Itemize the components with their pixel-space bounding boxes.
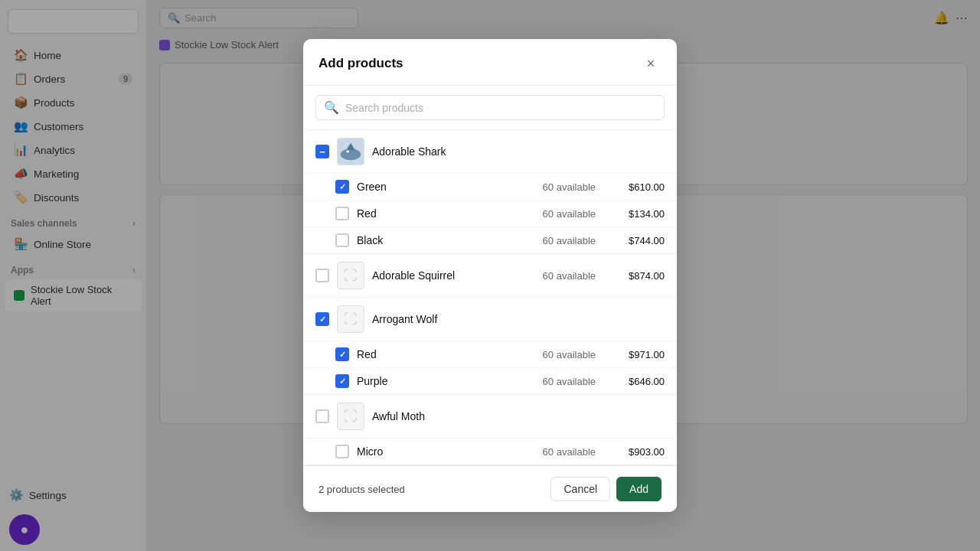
product-search-wrap[interactable]: 🔍 [315, 95, 665, 120]
cancel-button[interactable]: Cancel [550, 477, 610, 501]
variant-row-shark-red[interactable]: Red 60 available $134.00 [303, 201, 677, 227]
variant-name-shark-green: Green [357, 181, 511, 193]
variant-availability-shark-black: 60 available [519, 235, 596, 246]
add-products-modal: Add products × 🔍 [303, 39, 677, 512]
variant-availability-shark-green: 60 available [519, 181, 596, 193]
checkbox-arrogant-wolf[interactable] [315, 312, 329, 326]
modal-footer: 2 products selected Cancel Add [303, 465, 677, 512]
product-row-adorable-squirrel[interactable]: ⛶ Adorable Squirrel 60 available $874.00 [303, 254, 677, 298]
variant-row-wolf-purple[interactable]: Purple 60 available $646.00 [303, 368, 677, 395]
product-group-adorable-shark: Adorable Shark Green 60 available $610.0… [303, 130, 677, 254]
product-thumb-awful-moth: ⛶ [337, 403, 364, 430]
variant-name-shark-red: Red [357, 207, 511, 220]
variant-row-shark-green[interactable]: Green 60 available $610.00 [303, 174, 677, 201]
variant-name-shark-black: Black [357, 234, 511, 246]
checkbox-wolf-red[interactable] [335, 347, 349, 361]
product-group-adorable-squirrel: ⛶ Adorable Squirrel 60 available $874.00 [303, 254, 677, 298]
modal-search-area: 🔍 [303, 86, 677, 130]
checkbox-awful-moth[interactable] [315, 409, 329, 423]
product-row-arrogant-wolf[interactable]: ⛶ Arrogant Wolf [303, 298, 677, 341]
product-search-input[interactable] [345, 102, 656, 114]
product-row-adorable-shark[interactable]: Adorable Shark [303, 130, 677, 174]
selected-count: 2 products selected [318, 484, 405, 495]
variant-price-moth-micro: $903.00 [603, 446, 665, 458]
product-availability-adorable-squirrel: 60 available [519, 270, 596, 282]
wolf-thumb-placeholder: ⛶ [344, 311, 358, 328]
checkbox-shark-black[interactable] [335, 233, 349, 247]
product-name-awful-moth: Awful Moth [372, 410, 665, 422]
checkbox-moth-micro[interactable] [335, 445, 349, 458]
checkbox-adorable-squirrel[interactable] [315, 269, 329, 282]
variant-availability-shark-red: 60 available [519, 208, 596, 220]
svg-point-3 [346, 151, 349, 153]
product-group-arrogant-wolf: ⛶ Arrogant Wolf Red 60 available $971.00… [303, 298, 677, 395]
variant-row-moth-micro[interactable]: Micro 60 available $903.00 [303, 439, 677, 465]
shark-thumb-image [338, 138, 364, 165]
product-name-adorable-squirrel: Adorable Squirrel [372, 269, 511, 282]
moth-thumb-placeholder: ⛶ [344, 409, 358, 425]
variant-row-shark-black[interactable]: Black 60 available $744.00 [303, 227, 677, 254]
checkbox-wolf-purple[interactable] [335, 374, 349, 388]
product-thumb-adorable-shark [337, 138, 364, 165]
product-name-arrogant-wolf: Arrogant Wolf [372, 313, 665, 325]
checkbox-shark-green[interactable] [335, 180, 349, 194]
footer-buttons: Cancel Add [550, 477, 662, 501]
modal-overlay[interactable]: Add products × 🔍 [0, 0, 980, 551]
modal-close-button[interactable]: × [640, 53, 662, 74]
modal-header: Add products × [303, 39, 677, 86]
variant-price-wolf-purple: $646.00 [603, 376, 665, 387]
variant-price-shark-black: $744.00 [603, 235, 665, 246]
product-name-adorable-shark: Adorable Shark [372, 145, 665, 158]
product-thumb-arrogant-wolf: ⛶ [337, 305, 364, 333]
variant-name-wolf-purple: Purple [357, 375, 511, 387]
modal-title: Add products [318, 56, 403, 71]
product-group-awful-moth: ⛶ Awful Moth Micro 60 available $903.00 [303, 395, 677, 465]
modal-body: Adorable Shark Green 60 available $610.0… [303, 130, 677, 465]
product-row-awful-moth[interactable]: ⛶ Awful Moth [303, 395, 677, 439]
variant-availability-moth-micro: 60 available [519, 446, 596, 458]
product-price-adorable-squirrel: $874.00 [603, 270, 665, 282]
variant-price-shark-red: $134.00 [603, 208, 665, 220]
add-button[interactable]: Add [616, 477, 662, 501]
svg-point-1 [341, 148, 361, 160]
squirrel-thumb-placeholder: ⛶ [344, 268, 358, 284]
variant-name-wolf-red: Red [357, 348, 511, 360]
variant-name-moth-micro: Micro [357, 445, 511, 458]
variant-availability-wolf-red: 60 available [519, 349, 596, 360]
product-search-icon: 🔍 [324, 100, 339, 115]
checkbox-adorable-shark[interactable] [315, 145, 329, 158]
variant-availability-wolf-purple: 60 available [519, 376, 596, 387]
variant-price-wolf-red: $971.00 [603, 349, 665, 360]
product-thumb-adorable-squirrel: ⛶ [337, 262, 364, 289]
variant-price-shark-green: $610.00 [603, 181, 665, 193]
variant-row-wolf-red[interactable]: Red 60 available $971.00 [303, 341, 677, 368]
checkbox-shark-red[interactable] [335, 207, 349, 220]
